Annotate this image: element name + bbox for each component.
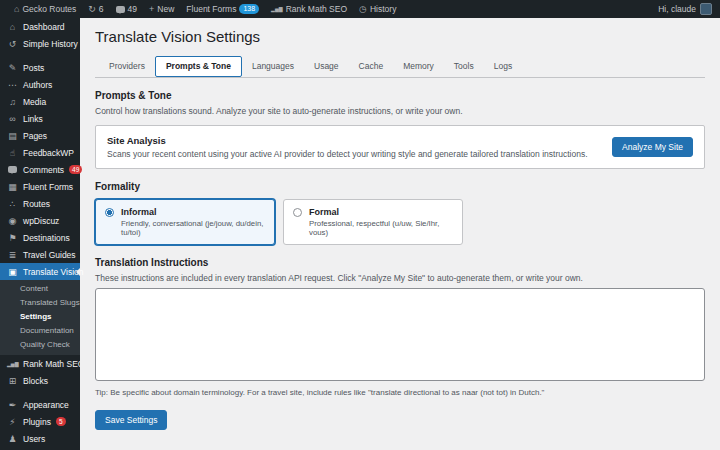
history-icon: ↺ [7, 39, 18, 49]
sidebar-item-rank-math-seo[interactable]: ▂▅▇ Rank Math SEO [0, 355, 80, 372]
sidebar-item-users[interactable]: ♟ Users [0, 430, 80, 447]
submenu-item-quality-check[interactable]: Quality Check [0, 338, 80, 352]
pencil-icon: ✎ [7, 63, 18, 73]
translation-instructions-description: These instructions are included in every… [95, 273, 705, 283]
settings-tabs: Providers Prompts & Tone Languages Usage… [95, 56, 705, 78]
submenu-item-content[interactable]: Content [0, 282, 80, 296]
formality-heading: Formality [95, 181, 705, 192]
site-analysis-card: Site Analysis Scans your recent content … [95, 125, 705, 169]
save-settings-button[interactable]: Save Settings [95, 410, 167, 430]
fluent-forms-badge: 138 [239, 4, 259, 14]
sidebar-separator [0, 389, 80, 396]
thumbs-up-icon: ☝ [7, 148, 18, 158]
submenu-item-settings[interactable]: Settings [0, 310, 80, 324]
sidebar-item-travel-guides[interactable]: ≣ Travel Guides [0, 246, 80, 263]
tab-usage[interactable]: Usage [304, 57, 349, 76]
admin-sidebar: ⌂ Dashboard ↺ Simple History ✎ Posts ⋯ A… [0, 18, 80, 450]
dashboard-icon: ⌂ [7, 22, 18, 32]
brush-icon: ✒ [7, 400, 18, 410]
tab-cache[interactable]: Cache [349, 57, 394, 76]
home-icon: ⌂ [14, 4, 19, 14]
sidebar-item-feedbackwp[interactable]: ☝ FeedbackWP [0, 144, 80, 161]
admin-bar: ⌂ Gecko Routes ↻ 6 49 + New Fluent Forms… [0, 0, 720, 18]
tab-memory[interactable]: Memory [393, 57, 444, 76]
formality-option-informal[interactable]: Informal Friendly, conversational (je/jo… [95, 199, 275, 245]
bar-chart-icon: ▂▅▇ [7, 361, 18, 367]
user-icon: ♟ [7, 434, 18, 444]
sidebar-item-pages[interactable]: ▤ Pages [0, 127, 80, 144]
sidebar-separator [0, 52, 80, 59]
submenu-item-documentation[interactable]: Documentation [0, 324, 80, 338]
analyze-my-site-button[interactable]: Analyze My Site [612, 137, 693, 157]
authors-icon: ⋯ [7, 80, 18, 90]
admin-bar-greeting[interactable]: Hi, claude [658, 4, 696, 14]
clock-icon: ◷ [359, 4, 367, 14]
formality-options: Informal Friendly, conversational (je/jo… [95, 199, 705, 245]
comments-count-badge: 49 [69, 165, 82, 174]
network-icon: ∴ [7, 199, 18, 209]
tab-prompts-tone[interactable]: Prompts & Tone [155, 56, 242, 77]
links-icon: ∞ [7, 114, 18, 124]
sidebar-item-destinations[interactable]: ⚑ Destinations [0, 229, 80, 246]
sidebar-item-routes[interactable]: ∴ Routes [0, 195, 80, 212]
section-description: Control how translations sound. Analyze … [95, 106, 705, 116]
tab-tools[interactable]: Tools [444, 57, 484, 76]
pages-icon: ▤ [7, 131, 18, 141]
admin-bar-new[interactable]: + New [143, 0, 180, 18]
tab-logs[interactable]: Logs [484, 57, 522, 76]
sidebar-item-plugins[interactable]: ⚡ Plugins 5 [0, 413, 80, 430]
updates-icon: ↻ [88, 4, 96, 14]
translation-instructions-textarea[interactable] [95, 288, 705, 381]
comment-bubble-icon [7, 165, 18, 175]
page-title: Translate Vision Settings [95, 28, 705, 45]
flag-icon: ⚑ [7, 233, 18, 243]
plus-icon: + [149, 4, 154, 14]
translation-instructions-heading: Translation Instructions [95, 257, 705, 268]
sidebar-item-media[interactable]: ♫ Media [0, 93, 80, 110]
sidebar-item-simple-history[interactable]: ↺ Simple History [0, 35, 80, 52]
sidebar-item-wpdiscuz[interactable]: ◉ wpDiscuz [0, 212, 80, 229]
formality-option-formal[interactable]: Formal Professional, respectful (u/uw, S… [283, 199, 463, 245]
book-icon: ≣ [7, 250, 18, 260]
sidebar-item-fluent-forms[interactable]: ▦ Fluent Forms [0, 178, 80, 195]
site-analysis-heading: Site Analysis [107, 135, 588, 146]
translate-vision-submenu: Content Translated Slugs Settings Docume… [0, 280, 80, 355]
admin-bar-updates[interactable]: ↻ 6 [82, 0, 109, 18]
sidebar-item-translate-vision[interactable]: ▣ Translate Vision [0, 263, 80, 280]
media-icon: ♫ [7, 97, 18, 107]
sidebar-item-appearance[interactable]: ✒ Appearance [0, 396, 80, 413]
sidebar-item-authors[interactable]: ⋯ Authors [0, 76, 80, 93]
instructions-tip: Tip: Be specific about domain terminolog… [95, 388, 705, 397]
translate-icon: ▣ [7, 267, 18, 277]
sidebar-item-posts[interactable]: ✎ Posts [0, 59, 80, 76]
submenu-item-translated-slugs[interactable]: Translated Slugs [0, 296, 80, 310]
radio-checked-icon [105, 208, 114, 217]
blocks-icon: ⊞ [7, 376, 18, 386]
comments-bubble-icon [116, 6, 125, 13]
plugin-icon: ⚡ [7, 417, 18, 427]
chart-icon: ▂▅▇ [271, 6, 283, 12]
admin-bar-history[interactable]: ◷ History [353, 0, 402, 18]
admin-bar-rank-math[interactable]: ▂▅▇ Rank Math SEO [265, 0, 353, 18]
sidebar-item-comments[interactable]: Comments 49 [0, 161, 80, 178]
avatar[interactable] [700, 3, 712, 15]
admin-bar-comments[interactable]: 49 [110, 0, 143, 18]
admin-bar-site-name[interactable]: ⌂ Gecko Routes [8, 0, 82, 18]
form-icon: ▦ [7, 182, 18, 192]
site-analysis-description: Scans your recent content using your act… [107, 149, 588, 159]
plugins-count-badge: 5 [56, 417, 66, 426]
wpdiscuz-icon: ◉ [7, 216, 18, 226]
sidebar-item-dashboard[interactable]: ⌂ Dashboard [0, 18, 80, 35]
sidebar-item-blocks[interactable]: ⊞ Blocks [0, 372, 80, 389]
tab-providers[interactable]: Providers [99, 57, 155, 76]
sidebar-item-links[interactable]: ∞ Links [0, 110, 80, 127]
radio-unchecked-icon [293, 208, 302, 217]
tab-languages[interactable]: Languages [242, 57, 304, 76]
section-heading: Prompts & Tone [95, 90, 705, 101]
admin-bar-fluent-forms[interactable]: Fluent Forms 138 [180, 0, 265, 18]
main-content: Translate Vision Settings Providers Prom… [80, 18, 720, 450]
